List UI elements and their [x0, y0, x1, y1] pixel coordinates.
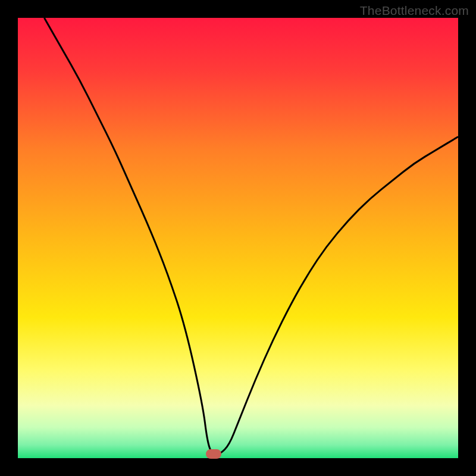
optimal-marker — [206, 449, 221, 459]
curve-path — [44, 18, 458, 454]
bottleneck-curve — [18, 18, 458, 458]
chart-frame: TheBottleneck.com — [0, 0, 476, 476]
plot-area — [18, 18, 458, 458]
watermark-text: TheBottleneck.com — [360, 4, 469, 18]
